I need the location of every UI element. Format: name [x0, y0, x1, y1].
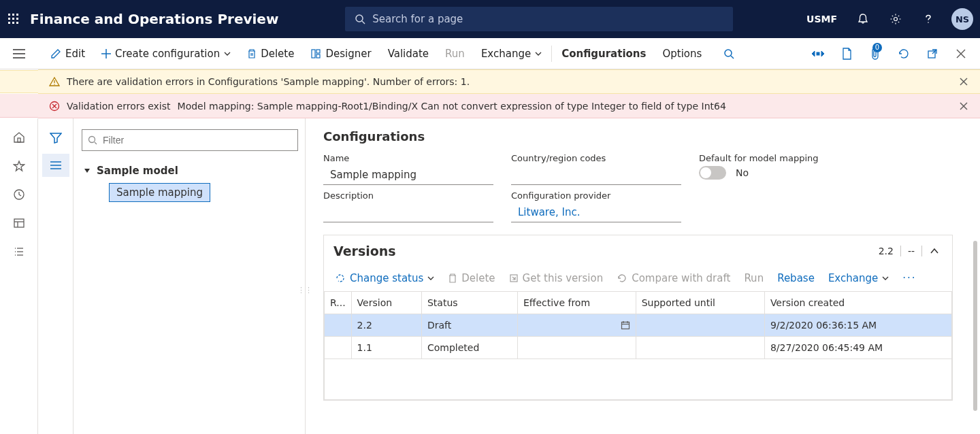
command-search-icon[interactable]	[715, 38, 742, 69]
download-icon	[509, 273, 519, 283]
table-row[interactable]: 1.1Completed8/27/2020 06:45:49 AM	[325, 337, 952, 359]
close-button[interactable]	[949, 41, 973, 66]
rail-modules-icon[interactable]	[5, 238, 33, 265]
col-effective[interactable]: Effective from	[517, 292, 636, 314]
attachment-count: 0	[872, 43, 882, 52]
version-run-button: Run	[738, 269, 769, 287]
personalize-icon[interactable]	[806, 41, 830, 66]
col-created[interactable]: Version created	[764, 292, 951, 314]
app-title: Finance and Operations Preview	[30, 11, 278, 27]
svg-rect-8	[16, 22, 18, 24]
plus-icon	[101, 49, 111, 59]
svg-point-21	[725, 50, 732, 56]
field-provider[interactable]: Litware, Inc.	[511, 203, 681, 222]
command-bar: Edit Create configuration Delete Designe…	[0, 38, 980, 69]
versions-collapse-icon[interactable]	[922, 246, 943, 256]
delete-button[interactable]: Delete	[239, 38, 302, 69]
svg-rect-25	[817, 52, 819, 55]
error-detail: Model mapping: Sample mapping-Root1/Bind…	[178, 101, 726, 112]
filter-field[interactable]	[101, 134, 292, 146]
change-status-button[interactable]: Change status	[329, 269, 440, 287]
trash-icon	[247, 48, 257, 59]
svg-rect-38	[18, 138, 20, 142]
field-country[interactable]	[511, 166, 681, 185]
rail-workspaces-icon[interactable]	[5, 210, 33, 237]
svg-rect-40	[14, 219, 24, 227]
field-description[interactable]	[323, 203, 493, 222]
cell-effective[interactable]	[517, 337, 636, 359]
scrollbar[interactable]	[973, 241, 977, 411]
warning-message-bar: There are validation errors in Configura…	[38, 69, 980, 94]
col-r[interactable]: R...	[325, 292, 352, 314]
error-message-bar: Validation errors exist Model mapping: S…	[38, 94, 980, 118]
settings-icon[interactable]	[882, 5, 909, 33]
designer-icon	[310, 48, 321, 59]
label-name: Name	[323, 153, 493, 163]
calendar-icon[interactable]	[621, 320, 630, 330]
toggle-default-mapping[interactable]	[699, 166, 726, 180]
options-tab[interactable]: Options	[654, 38, 710, 69]
svg-rect-6	[8, 22, 10, 24]
field-name[interactable]: Sample mapping	[323, 166, 493, 185]
versions-section: Versions 2.2 -- Change status D	[323, 235, 953, 401]
tree-child-selected[interactable]: Sample mapping	[109, 183, 210, 202]
get-version-button: Get this version	[504, 269, 609, 287]
label-country: Country/region codes	[511, 153, 681, 163]
validate-button[interactable]: Validate	[380, 38, 437, 69]
tree-list-icon[interactable]	[42, 154, 69, 177]
error-close-icon[interactable]	[956, 98, 972, 114]
pencil-icon	[50, 48, 61, 59]
svg-line-53	[95, 142, 97, 144]
versions-title: Versions	[333, 244, 872, 258]
waffle-icon[interactable]	[0, 5, 27, 33]
tree-filter-icon[interactable]	[42, 127, 69, 150]
cell-version: 2.2	[351, 314, 421, 337]
rail-favorites-icon[interactable]	[5, 152, 33, 180]
version-more-button[interactable]: ···	[897, 269, 921, 287]
user-avatar[interactable]: NS	[951, 8, 973, 30]
exchange-button[interactable]: Exchange	[473, 38, 550, 69]
nav-toggle-icon[interactable]	[0, 38, 38, 69]
versions-toolbar: Change status Delete Get this version Co…	[324, 265, 952, 291]
caret-down-icon	[82, 167, 93, 174]
svg-rect-1	[12, 14, 14, 16]
rail-home-icon[interactable]	[5, 124, 33, 151]
col-version[interactable]: Version	[351, 292, 421, 314]
edit-button[interactable]: Edit	[42, 38, 93, 69]
designer-button[interactable]: Designer	[302, 38, 379, 69]
refresh-icon[interactable]	[892, 41, 916, 66]
popout-icon[interactable]	[920, 41, 945, 66]
col-status[interactable]: Status	[421, 292, 517, 314]
tree-root-label: Sample model	[97, 165, 178, 177]
col-supported[interactable]: Supported until	[636, 292, 764, 314]
attachments-icon[interactable]: 0	[863, 41, 887, 66]
search-icon	[355, 14, 365, 24]
configurations-tab[interactable]: Configurations	[553, 38, 654, 69]
company-selector[interactable]: USMF	[800, 14, 844, 24]
svg-point-11	[894, 18, 898, 21]
svg-line-22	[731, 56, 734, 59]
tree-panel: Sample model Sample mapping ⋮⋮	[74, 118, 306, 434]
svg-rect-56	[621, 322, 629, 329]
page-options-icon[interactable]	[834, 41, 859, 66]
svg-rect-3	[8, 18, 10, 20]
warning-close-icon[interactable]	[956, 73, 972, 90]
tree-filter-input[interactable]	[82, 129, 298, 151]
cycle-icon	[335, 273, 346, 284]
notifications-icon[interactable]	[849, 5, 877, 33]
search-placeholder: Search for a page	[372, 13, 463, 25]
tree-root-node[interactable]: Sample model	[82, 161, 298, 181]
warning-icon	[49, 76, 60, 87]
rail-recent-icon[interactable]	[5, 181, 33, 208]
svg-marker-24	[821, 51, 824, 56]
cell-effective[interactable]	[517, 314, 636, 337]
help-icon[interactable]	[915, 5, 942, 33]
svg-rect-0	[8, 14, 10, 16]
create-configuration-button[interactable]: Create configuration	[93, 38, 239, 69]
top-nav: Finance and Operations Preview Search fo…	[0, 0, 980, 38]
global-search[interactable]: Search for a page	[345, 7, 733, 31]
svg-point-30	[54, 84, 54, 84]
rebase-button[interactable]: Rebase	[772, 269, 820, 287]
version-exchange-button[interactable]: Exchange	[823, 269, 894, 287]
table-row[interactable]: 2.2Draft9/2/2020 06:36:15 AM	[325, 314, 952, 337]
